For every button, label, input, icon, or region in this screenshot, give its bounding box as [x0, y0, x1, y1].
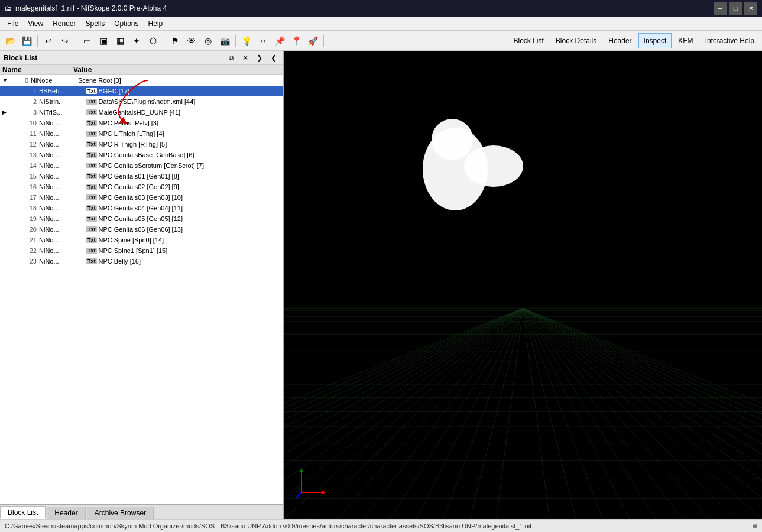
close-button[interactable]: ✕	[744, 2, 757, 15]
txt-badge: Txt	[86, 237, 97, 243]
select-green-button[interactable]: ▣	[96, 33, 111, 48]
row-num: 12	[19, 141, 37, 148]
select-cube-button[interactable]: ⬡	[145, 33, 161, 48]
red-pin-button[interactable]: 📍	[288, 33, 304, 48]
light-button[interactable]: 💡	[239, 33, 254, 48]
tree-row[interactable]: ▶ 3 NiTriS... Txt MaleGenitalsHD_UUNP [4…	[0, 107, 283, 118]
txt-badge: Txt	[86, 163, 97, 168]
open-button[interactable]: 📂	[2, 33, 18, 48]
row-num: 16	[19, 183, 37, 190]
menu-file[interactable]: File	[2, 18, 23, 29]
status-icon: 🖥	[751, 523, 757, 530]
menu-options[interactable]: Options	[109, 18, 143, 29]
panel-collapse-button[interactable]: ❯	[254, 52, 265, 64]
viewport-panel[interactable]	[284, 51, 762, 519]
row-value: NPC Genitals04 [Gen04] [11]	[99, 205, 281, 212]
block-list-content[interactable]: ▼ 0 NiNode Scene Root [0] 1 BSBeh... Txt…	[0, 75, 283, 504]
tab-header[interactable]: Header	[47, 507, 85, 519]
tab-archive-browser[interactable]: Archive Browser	[87, 507, 154, 519]
row-num: 14	[19, 162, 37, 169]
camera-button[interactable]: 📷	[217, 33, 232, 48]
row-num: 23	[19, 258, 37, 265]
tree-row[interactable]: 23 NiNo... Txt NPC Belly [16]	[0, 256, 283, 267]
nav-header[interactable]: Header	[603, 33, 637, 48]
tree-row[interactable]: 16 NiNo... Txt NPC Genitals02 [Gen02] [9…	[0, 181, 283, 192]
minimize-button[interactable]: ─	[714, 2, 727, 15]
row-value: NPC Genitals01 [Gen01] [8]	[99, 173, 281, 180]
row-value: NPC Genitals06 [Gen06] [13]	[99, 226, 281, 233]
row-name: NiStrin...	[39, 98, 86, 105]
expand-icon[interactable]: ▶	[2, 109, 11, 115]
panel-close-button[interactable]: ✕	[239, 52, 251, 64]
save-button[interactable]: 💾	[19, 33, 34, 48]
toolbar-sep-4	[235, 35, 236, 47]
tree-row[interactable]: ▼ 0 NiNode Scene Root [0]	[0, 75, 283, 86]
redo-button[interactable]: ↪	[57, 33, 73, 48]
tree-row[interactable]: 17 NiNo... Txt NPC Genitals03 [Gen03] [1…	[0, 192, 283, 203]
window-title: malegenitalsf_1.nif - NifSkope 2.0.0 Pre…	[15, 4, 167, 12]
txt-badge: Txt	[86, 131, 97, 137]
row-num: 1	[19, 87, 37, 95]
svg-point-2	[432, 119, 473, 160]
tree-row[interactable]: 12 NiNo... Txt NPC R Thigh [RThg] [5]	[0, 139, 283, 150]
row-num: 0	[11, 77, 28, 84]
toolbar-sep-2	[76, 35, 76, 47]
row-value: NPC Belly [16]	[99, 258, 281, 265]
menu-render[interactable]: Render	[48, 18, 80, 29]
pin-button[interactable]: 📌	[272, 33, 287, 48]
select-star-button[interactable]: ✦	[129, 33, 144, 48]
tree-row[interactable]: 11 NiNo... Txt NPC L Thigh [LThg] [4]	[0, 128, 283, 139]
tree-row[interactable]: 2 NiStrin... Txt Data\SKSE\Plugins\hdtm.…	[0, 96, 283, 107]
svg-point-1	[464, 145, 523, 187]
col-value-header: Value	[73, 66, 281, 74]
nav-kfm[interactable]: KFM	[673, 33, 698, 48]
row-name: NiNo...	[39, 194, 86, 201]
title-bar-controls[interactable]: ─ □ ✕	[714, 2, 757, 15]
tree-row[interactable]: 22 NiNo... Txt NPC Spine1 [Spn1] [15]	[0, 245, 283, 256]
panel-detach-button[interactable]: ⧉	[225, 52, 237, 64]
flag-button[interactable]: ⚑	[167, 33, 183, 48]
panel-expand-button[interactable]: ❮	[268, 52, 280, 64]
status-text: C:/Games/Steam/steamapps/common/Skyrim M…	[5, 523, 531, 530]
tree-row[interactable]: 19 NiNo... Txt NPC Genitals05 [Gen05] [1…	[0, 213, 283, 224]
nav-block-details[interactable]: Block Details	[550, 33, 602, 48]
menu-spells[interactable]: Spells	[81, 18, 110, 29]
toolbar-sep-3	[164, 35, 164, 47]
menu-view[interactable]: View	[23, 18, 48, 29]
tree-row[interactable]: 20 NiNo... Txt NPC Genitals06 [Gen06] [1…	[0, 224, 283, 235]
tree-row[interactable]: 18 NiNo... Txt NPC Genitals04 [Gen04] [1…	[0, 203, 283, 213]
row-num: 2	[19, 98, 37, 105]
nav-inspect[interactable]: Inspect	[638, 33, 672, 48]
rocket-button[interactable]: 🚀	[305, 33, 320, 48]
eye-check-button[interactable]: ◎	[200, 33, 216, 48]
select-box-button[interactable]: ▭	[79, 33, 95, 48]
txt-badge: Txt	[86, 152, 97, 158]
row-name: NiNo...	[39, 151, 86, 158]
row-value: Data\SKSE\Plugins\hdtm.xml [44]	[99, 98, 281, 105]
row-value: NPC Spine [Spn0] [14]	[99, 236, 281, 244]
row-value: NPC Genitals05 [Gen05] [12]	[99, 215, 281, 222]
row-num: 13	[19, 151, 37, 158]
move-button[interactable]: ↔	[255, 33, 271, 48]
eye-button[interactable]: 👁	[184, 33, 199, 48]
tab-block-list[interactable]: Block List	[0, 506, 46, 519]
toolbar-sep-1	[37, 35, 38, 47]
tree-row[interactable]: 14 NiNo... Txt NPC GenitalsScrotum [GenS…	[0, 160, 283, 171]
tree-row[interactable]: 1 BSBeh... Txt BGED [17]	[0, 86, 283, 96]
tree-row[interactable]: 15 NiNo... Txt NPC Genitals01 [Gen01] [8…	[0, 171, 283, 181]
row-name: NiNo...	[39, 162, 86, 169]
menu-help[interactable]: Help	[144, 18, 168, 29]
expand-icon[interactable]: ▼	[2, 77, 11, 83]
nav-block-list[interactable]: Block List	[508, 33, 549, 48]
svg-line-7	[296, 492, 301, 498]
undo-button[interactable]: ↩	[41, 33, 56, 48]
tree-row[interactable]: 10 NiNo... Txt NPC Pelvis [Pelv] [3]	[0, 118, 283, 128]
select-red-button[interactable]: ▦	[112, 33, 128, 48]
nav-interactive-help[interactable]: Interactive Help	[700, 33, 760, 48]
tree-row[interactable]: 21 NiNo... Txt NPC Spine [Spn0] [14]	[0, 235, 283, 245]
txt-badge: Txt	[86, 141, 97, 147]
maximize-button[interactable]: □	[729, 2, 742, 15]
left-panel: Block List ⧉ ✕ ❯ ❮ Name Value ▼ 0 NiNode	[0, 51, 284, 519]
tree-row[interactable]: 13 NiNo... Txt NPC GenitalsBase [GenBase…	[0, 150, 283, 160]
txt-badge: Txt	[86, 173, 97, 179]
